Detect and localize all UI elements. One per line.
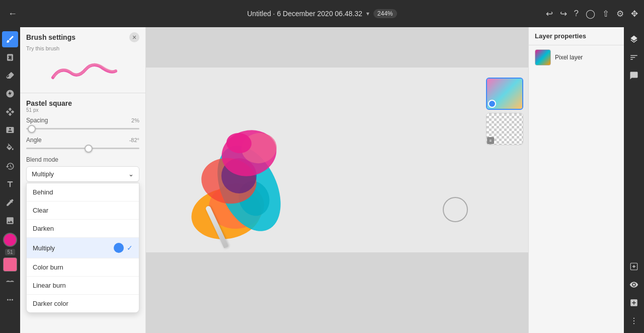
brush-settings-panel: Brush settings × Try this brush Pastel s… — [20, 27, 146, 333]
brush-name: Pastel square — [26, 99, 139, 107]
blend-option-clear[interactable]: Clear — [27, 202, 139, 220]
angle-row: Angle -82° — [26, 137, 139, 144]
layer-card-2[interactable]: ≡ — [486, 113, 523, 145]
tool-fill[interactable] — [2, 140, 18, 156]
layer-thumbnails: ≡ — [486, 78, 523, 145]
layers-button[interactable] — [626, 31, 642, 47]
color-swatch[interactable] — [3, 233, 17, 247]
tool-history[interactable] — [2, 158, 18, 174]
svg-point-17 — [633, 323, 634, 324]
layer-name: Pixel layer — [555, 54, 583, 61]
angle-slider[interactable] — [26, 148, 139, 149]
canvas-circle — [443, 197, 468, 222]
canvas-middle[interactable]: ≡ — [146, 68, 528, 252]
svg-point-16 — [633, 320, 634, 321]
blend-option-linearburn[interactable]: Linear burn — [27, 277, 139, 295]
divider — [20, 93, 145, 93]
fullscreen-button[interactable]: ✥ — [631, 9, 638, 19]
secondary-swatch[interactable] — [3, 257, 17, 272]
canvas-top — [146, 27, 528, 68]
settings-button[interactable]: ⚙ — [616, 9, 624, 19]
undo-button[interactable]: ↩ — [546, 9, 553, 19]
tool-extra[interactable] — [2, 292, 18, 308]
blend-option-multiply[interactable]: Multiply ✓ — [27, 238, 139, 258]
svg-point-2 — [12, 299, 13, 301]
angle-label: Angle — [26, 137, 42, 144]
title-dropdown-icon[interactable]: ▾ — [366, 10, 369, 17]
blend-option-colorburn[interactable]: Color burn — [27, 258, 139, 277]
canvas-bottom — [146, 252, 528, 333]
spacing-label: Spacing — [26, 117, 48, 124]
blend-option-behind[interactable]: Behind — [27, 183, 139, 202]
try-brush-label: Try this brush — [20, 45, 145, 53]
tool-warp[interactable] — [2, 122, 18, 138]
panel-header: Brush settings × — [20, 27, 145, 45]
canvas-area[interactable]: ≡ — [146, 27, 528, 333]
artwork — [161, 88, 317, 244]
brush-stroke-preview — [48, 58, 118, 84]
settings-section: Spacing 2% Angle -82° — [20, 117, 145, 156]
visibility-button[interactable] — [626, 277, 642, 293]
left-toolbar: 51 — [0, 27, 20, 333]
checkmark-icon: ✓ — [127, 244, 133, 252]
spacing-slider[interactable] — [26, 128, 139, 129]
top-bar-right: ↩ ↪ ? ◯ ⇧ ⚙ ✥ — [546, 9, 638, 19]
main-area: 51 Brush settings × Try this brush Paste… — [0, 27, 644, 333]
brush-preview — [26, 53, 139, 89]
layer-item[interactable]: Pixel layer — [529, 45, 624, 70]
tool-wavy[interactable] — [2, 274, 18, 290]
tool-move[interactable] — [2, 104, 18, 120]
layer-thumbnail — [535, 49, 551, 65]
panel-title: Brush settings — [26, 33, 75, 41]
blend-mode-label: Blend mode — [26, 156, 139, 163]
tool-eyedropper[interactable] — [2, 194, 18, 211]
svg-point-15 — [633, 318, 634, 319]
angle-value: -82° — [129, 137, 139, 143]
size-indicator[interactable]: 51 — [5, 249, 15, 255]
dropdown-arrow-icon: ⌄ — [128, 170, 134, 178]
layer-badge-icon — [488, 100, 496, 108]
layer-card-1[interactable] — [486, 78, 523, 110]
svg-point-0 — [10, 299, 11, 301]
blend-mode-value: Multiply — [32, 170, 54, 178]
spacing-row: Spacing 2% — [26, 117, 139, 124]
layer-properties-title: Layer properties — [529, 27, 624, 45]
add-layer-button[interactable] — [626, 258, 642, 275]
right-panel: Layer properties Pixel layer — [528, 27, 624, 333]
top-bar: ← Untitled · 6 December 2020 06.48.32 ▾ … — [0, 0, 644, 27]
canvas-layout: ≡ — [146, 27, 528, 333]
merge-button[interactable] — [626, 295, 642, 311]
right-sidebar — [624, 27, 644, 333]
blend-mode-list: Behind Clear Darken Multiply ✓ Color bur… — [26, 183, 139, 313]
selected-dot-icon — [114, 243, 124, 253]
tool-smudge[interactable] — [2, 49, 18, 65]
top-bar-left: ← — [6, 7, 19, 21]
profile-button[interactable]: ◯ — [586, 9, 595, 19]
redo-button[interactable]: ↪ — [560, 9, 567, 19]
blend-mode-section: Blend mode Multiply ⌄ — [20, 156, 145, 182]
comments-button[interactable] — [626, 68, 642, 84]
document-title: Untitled · 6 December 2020 06.48.32 — [247, 10, 362, 18]
properties-button[interactable] — [626, 49, 642, 65]
tool-eraser[interactable] — [2, 68, 18, 84]
tool-brush[interactable] — [2, 31, 18, 47]
tool-lasso[interactable] — [2, 86, 18, 102]
tool-text[interactable] — [2, 176, 18, 192]
spacing-value: 2% — [131, 117, 139, 123]
blend-option-darkercolor[interactable]: Darker color — [27, 295, 139, 312]
svg-point-1 — [7, 299, 9, 301]
top-bar-center: Untitled · 6 December 2020 06.48.32 ▾ 24… — [247, 9, 397, 18]
zoom-level[interactable]: 244% — [373, 9, 397, 18]
tool-image[interactable] — [2, 213, 18, 229]
share-button[interactable]: ⇧ — [602, 9, 609, 19]
more-options-button[interactable] — [626, 313, 642, 329]
help-button[interactable]: ? — [574, 9, 579, 19]
brush-name-section: Pastel square 51 px — [20, 97, 145, 117]
blend-mode-dropdown[interactable]: Multiply ⌄ — [26, 166, 139, 182]
brush-size: 51 px — [26, 107, 139, 113]
back-button[interactable]: ← — [6, 7, 19, 21]
blend-option-darken[interactable]: Darken — [27, 220, 139, 238]
close-panel-button[interactable]: × — [129, 32, 139, 42]
